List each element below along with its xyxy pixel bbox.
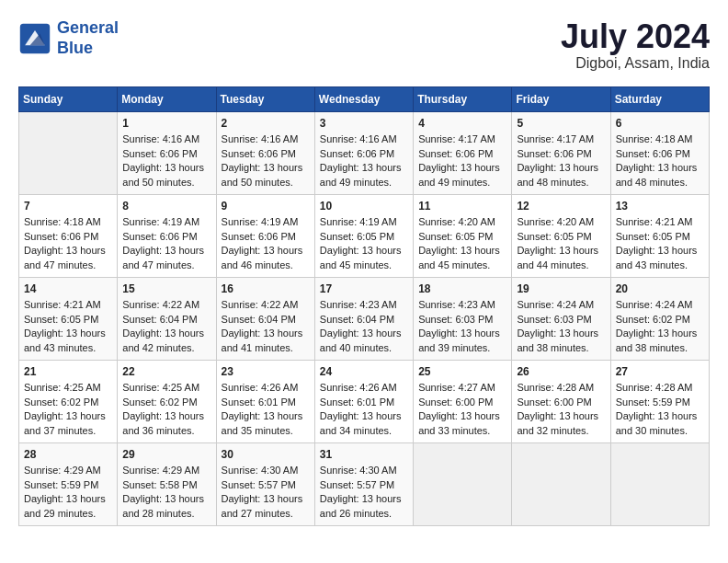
sunset-label: Sunset: 6:05 PM (418, 231, 493, 242)
daylight-label: Daylight: 13 hours and 30 minutes. (616, 410, 698, 435)
sunrise-label: Sunrise: 4:24 AM (517, 299, 594, 310)
sunset-label: Sunset: 6:05 PM (517, 231, 591, 242)
daylight-label: Daylight: 13 hours and 43 minutes. (24, 327, 106, 352)
day-number: 25 (418, 364, 506, 380)
weekday-header-saturday: Saturday (610, 86, 709, 111)
daylight-label: Daylight: 13 hours and 49 minutes. (418, 162, 500, 187)
weekday-header-friday: Friday (512, 86, 610, 111)
day-number: 22 (122, 364, 210, 380)
sunset-label: Sunset: 6:06 PM (122, 148, 197, 159)
day-number: 15 (122, 282, 210, 297)
daylight-label: Daylight: 13 hours and 28 minutes. (122, 493, 204, 518)
day-number: 5 (517, 116, 605, 132)
day-number: 2 (222, 116, 310, 132)
weekday-header-tuesday: Tuesday (216, 86, 314, 111)
day-number: 28 (24, 447, 112, 463)
sunset-label: Sunset: 6:06 PM (517, 148, 591, 159)
day-number: 26 (517, 364, 605, 380)
calendar-cell: 15Sunrise: 4:22 AMSunset: 6:04 PMDayligh… (118, 277, 216, 360)
calendar-body: 1Sunrise: 4:16 AMSunset: 6:06 PMDaylight… (19, 111, 710, 525)
calendar-table: SundayMondayTuesdayWednesdayThursdayFrid… (18, 86, 710, 526)
logo: General Blue (18, 18, 119, 58)
calendar-cell: 19Sunrise: 4:24 AMSunset: 6:03 PMDayligh… (512, 277, 610, 360)
day-number: 7 (24, 199, 112, 214)
day-number: 1 (122, 116, 210, 132)
location-title: Digboi, Assam, India (561, 55, 710, 72)
week-row-3: 14Sunrise: 4:21 AMSunset: 6:05 PMDayligh… (19, 277, 710, 360)
week-row-2: 7Sunrise: 4:18 AMSunset: 6:06 PMDaylight… (19, 194, 710, 277)
sunset-label: Sunset: 5:58 PM (122, 479, 197, 490)
sunrise-label: Sunrise: 4:20 AM (418, 216, 495, 227)
sunrise-label: Sunrise: 4:27 AM (418, 382, 495, 393)
sunrise-label: Sunrise: 4:16 AM (222, 133, 299, 144)
calendar-cell: 6Sunrise: 4:18 AMSunset: 6:06 PMDaylight… (610, 111, 709, 194)
day-number: 3 (320, 116, 408, 132)
daylight-label: Daylight: 13 hours and 39 minutes. (418, 327, 500, 352)
daylight-label: Daylight: 13 hours and 48 minutes. (616, 162, 698, 187)
calendar-cell (414, 442, 512, 525)
sunrise-label: Sunrise: 4:21 AM (24, 299, 101, 310)
sunset-label: Sunset: 6:03 PM (418, 314, 493, 325)
daylight-label: Daylight: 13 hours and 38 minutes. (517, 327, 598, 352)
calendar-cell: 9Sunrise: 4:19 AMSunset: 6:06 PMDaylight… (216, 194, 314, 277)
day-number: 24 (320, 364, 408, 380)
daylight-label: Daylight: 13 hours and 45 minutes. (320, 245, 402, 270)
calendar-cell (610, 442, 709, 525)
sunrise-label: Sunrise: 4:20 AM (517, 216, 594, 227)
sunset-label: Sunset: 5:59 PM (616, 396, 690, 408)
logo-blue: Blue (57, 39, 93, 57)
week-row-5: 28Sunrise: 4:29 AMSunset: 5:59 PMDayligh… (19, 442, 710, 525)
sunset-label: Sunset: 6:06 PM (320, 148, 394, 159)
daylight-label: Daylight: 13 hours and 29 minutes. (24, 493, 106, 518)
sunrise-label: Sunrise: 4:19 AM (222, 216, 299, 227)
weekday-header-monday: Monday (118, 86, 216, 111)
sunrise-label: Sunrise: 4:30 AM (320, 465, 397, 476)
day-number: 29 (122, 447, 210, 463)
day-number: 14 (24, 282, 112, 297)
title-block: July 2024 Digboi, Assam, India (561, 18, 710, 72)
sunset-label: Sunset: 6:02 PM (24, 396, 98, 408)
daylight-label: Daylight: 13 hours and 46 minutes. (222, 245, 303, 270)
calendar-cell: 3Sunrise: 4:16 AMSunset: 6:06 PMDaylight… (314, 111, 413, 194)
sunrise-label: Sunrise: 4:16 AM (122, 133, 199, 144)
day-number: 21 (24, 364, 112, 380)
sunrise-label: Sunrise: 4:28 AM (517, 382, 594, 393)
calendar-cell: 7Sunrise: 4:18 AMSunset: 6:06 PMDaylight… (19, 194, 118, 277)
daylight-label: Daylight: 13 hours and 49 minutes. (320, 162, 402, 187)
sunset-label: Sunset: 6:01 PM (222, 396, 296, 408)
sunrise-label: Sunrise: 4:16 AM (320, 133, 397, 144)
header-row: SundayMondayTuesdayWednesdayThursdayFrid… (19, 86, 710, 111)
calendar-cell: 18Sunrise: 4:23 AMSunset: 6:03 PMDayligh… (414, 277, 512, 360)
sunrise-label: Sunrise: 4:23 AM (320, 299, 397, 310)
weekday-header-sunday: Sunday (19, 86, 118, 111)
sunrise-label: Sunrise: 4:28 AM (616, 382, 693, 393)
calendar-cell: 22Sunrise: 4:25 AMSunset: 6:02 PMDayligh… (118, 360, 216, 442)
sunset-label: Sunset: 5:59 PM (24, 479, 98, 490)
day-number: 8 (122, 199, 210, 214)
day-number: 23 (222, 364, 310, 380)
calendar-cell (19, 111, 118, 194)
sunset-label: Sunset: 6:06 PM (222, 148, 296, 159)
sunset-label: Sunset: 6:02 PM (616, 314, 690, 325)
day-number: 4 (418, 116, 506, 132)
logo-text: General Blue (57, 18, 119, 58)
calendar-cell: 4Sunrise: 4:17 AMSunset: 6:06 PMDaylight… (414, 111, 512, 194)
daylight-label: Daylight: 13 hours and 47 minutes. (122, 245, 204, 270)
daylight-label: Daylight: 13 hours and 41 minutes. (222, 327, 303, 352)
calendar-cell: 16Sunrise: 4:22 AMSunset: 6:04 PMDayligh… (216, 277, 314, 360)
sunrise-label: Sunrise: 4:26 AM (222, 382, 299, 393)
calendar-cell: 8Sunrise: 4:19 AMSunset: 6:06 PMDaylight… (118, 194, 216, 277)
calendar-cell: 11Sunrise: 4:20 AMSunset: 6:05 PMDayligh… (414, 194, 512, 277)
sunset-label: Sunset: 6:00 PM (418, 396, 493, 408)
day-number: 30 (222, 447, 310, 463)
sunset-label: Sunset: 5:57 PM (320, 479, 394, 490)
sunset-label: Sunset: 6:06 PM (222, 231, 296, 242)
sunrise-label: Sunrise: 4:19 AM (320, 216, 397, 227)
weekday-header-wednesday: Wednesday (314, 86, 413, 111)
day-number: 18 (418, 282, 506, 297)
sunset-label: Sunset: 6:06 PM (418, 148, 493, 159)
sunset-label: Sunset: 6:06 PM (616, 148, 690, 159)
sunrise-label: Sunrise: 4:26 AM (320, 382, 397, 393)
sunset-label: Sunset: 6:01 PM (320, 396, 394, 408)
sunrise-label: Sunrise: 4:30 AM (222, 465, 299, 476)
